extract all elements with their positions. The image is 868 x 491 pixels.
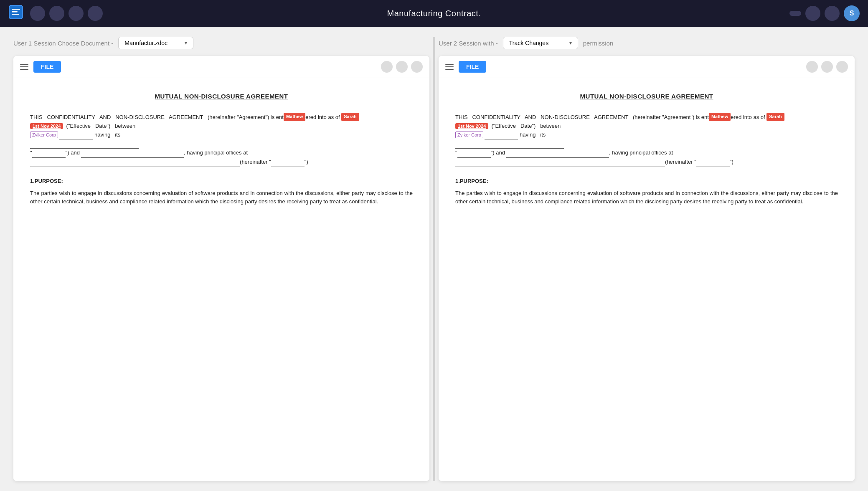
document-dropdown-value: Manufactur.zdoc: [124, 40, 168, 46]
blank-line-3-left: [32, 149, 66, 158]
blank-line-1-left: [59, 131, 93, 140]
company-tag-left: Zylker Corp: [30, 132, 58, 138]
navbar-window-controls: [30, 6, 103, 21]
section1-body-left: The parties wish to engage in discussion…: [30, 189, 413, 207]
app-logo-icon: [8, 5, 23, 23]
right-panel-label: User 2 Session with -: [439, 40, 498, 47]
intro-text-cont-right: ered into as of: [731, 114, 765, 120]
toolbar-circle-right-3: [836, 61, 848, 73]
right-toolbar-circles: [806, 61, 848, 73]
hamburger-icon-right[interactable]: [445, 64, 454, 70]
navbar: Manufacturing Contract. S: [0, 0, 868, 27]
right-panel: User 2 Session with - Track Changes ▾ pe…: [439, 37, 855, 481]
right-doc-toolbar: FILE: [439, 56, 855, 78]
cursor-mathew-right: Mathew: [709, 113, 731, 121]
blank-line-4-left: [81, 149, 184, 158]
left-doc-card: FILE MUTUAL NON-DISCLOSURE AGREEMENT THI…: [13, 56, 429, 481]
doc-intro-right: THIS CONFIDENTIALITY AND NON-DISCLOSURE …: [455, 113, 838, 167]
navbar-right-circle-1: [805, 6, 820, 21]
having-text-left: having its: [94, 132, 120, 138]
left-panel-label: User 1 Session Choose Document -: [13, 40, 113, 47]
file-button-left[interactable]: FILE: [33, 61, 61, 73]
blank-line-3-right: [457, 149, 491, 158]
navbar-circle-1: [30, 6, 45, 21]
main-content: User 1 Session Choose Document - Manufac…: [0, 27, 868, 491]
blank-line-2-left: [30, 139, 139, 149]
right-doc-body: MUTUAL NON-DISCLOSURE AGREEMENT THIS CON…: [439, 78, 855, 481]
navbar-right-circle-2: [825, 6, 840, 21]
left-doc-body: MUTUAL NON-DISCLOSURE AGREEMENT THIS CON…: [13, 78, 429, 481]
right-doc-card: FILE MUTUAL NON-DISCLOSURE AGREEMENT THI…: [439, 56, 855, 481]
left-doc-toolbar: FILE: [13, 56, 429, 78]
panel-divider[interactable]: [433, 37, 435, 481]
blank-line-4-right: [506, 149, 609, 158]
hamburger-icon[interactable]: [20, 64, 28, 70]
cursor-mathew-left: Mathew: [284, 113, 305, 121]
chevron-down-icon-right: ▾: [569, 40, 572, 46]
toolbar-circle-right-2: [821, 61, 833, 73]
toolbar-circle-1: [381, 61, 393, 73]
navbar-right-controls: S: [789, 5, 860, 21]
svg-rect-2: [12, 11, 18, 13]
effective-date-text-right: ("Effective Date") between: [490, 123, 561, 129]
left-panel: User 1 Session Choose Document - Manufac…: [13, 37, 429, 481]
navbar-circle-4: [88, 6, 103, 21]
doc-title-left: MUTUAL NON-DISCLOSURE AGREEMENT: [30, 91, 413, 101]
navbar-action-btn[interactable]: [789, 11, 801, 16]
user-avatar[interactable]: S: [844, 5, 860, 21]
app-title: Manufacturing Contract.: [387, 9, 481, 18]
toolbar-circle-2: [396, 61, 408, 73]
doc-intro-left: THIS CONFIDENTIALITY AND NON-DISCLOSURE …: [30, 113, 413, 167]
toolbar-circle-right-1: [806, 61, 818, 73]
blank-line-5-left: [30, 158, 240, 167]
section1-body-right: The parties wish to engage in discussion…: [455, 189, 838, 207]
track-changes-dropdown[interactable]: Track Changes ▾: [503, 37, 578, 49]
intro-text-cont-left: ered into as of: [305, 114, 340, 120]
date-tag-left: 1st Nov 2024: [30, 123, 63, 129]
file-button-right[interactable]: FILE: [459, 61, 486, 73]
chevron-down-icon: ▾: [185, 40, 187, 46]
cursor-sarah-left: Sarah: [341, 113, 359, 121]
svg-rect-3: [12, 14, 19, 15]
company-tag-right: Zylker Corp: [455, 132, 483, 138]
intro-text-left: THIS CONFIDENTIALITY AND NON-DISCLOSURE …: [30, 114, 284, 120]
section1-title-left: 1.PURPOSE:: [30, 177, 413, 186]
left-toolbar-circles: [381, 61, 423, 73]
navbar-circle-2: [49, 6, 64, 21]
right-panel-header: User 2 Session with - Track Changes ▾ pe…: [439, 37, 855, 49]
navbar-circle-3: [69, 6, 84, 21]
having-text-right: having its: [520, 132, 546, 138]
blank-line-1-right: [485, 131, 518, 140]
blank-line-6-left: [271, 158, 305, 167]
blank-line-5-right: [455, 158, 665, 167]
permission-text: permission: [583, 40, 614, 47]
doc-title-right: MUTUAL NON-DISCLOSURE AGREEMENT: [455, 91, 838, 101]
toolbar-circle-3: [411, 61, 423, 73]
left-panel-header: User 1 Session Choose Document - Manufac…: [13, 37, 429, 49]
section1-title-right: 1.PURPOSE:: [455, 177, 838, 186]
blank-line-6-right: [696, 158, 730, 167]
intro-text-right: THIS CONFIDENTIALITY AND NON-DISCLOSURE …: [455, 114, 709, 120]
document-dropdown[interactable]: Manufactur.zdoc ▾: [118, 37, 193, 49]
track-changes-dropdown-value: Track Changes: [509, 40, 548, 46]
cursor-sarah-right: Sarah: [766, 113, 784, 121]
date-tag-right: 1st Nov 2024: [455, 123, 488, 129]
effective-date-text-left: ("Effective Date") between: [65, 123, 135, 129]
blank-line-2-right: [455, 139, 564, 149]
svg-rect-1: [12, 9, 20, 10]
